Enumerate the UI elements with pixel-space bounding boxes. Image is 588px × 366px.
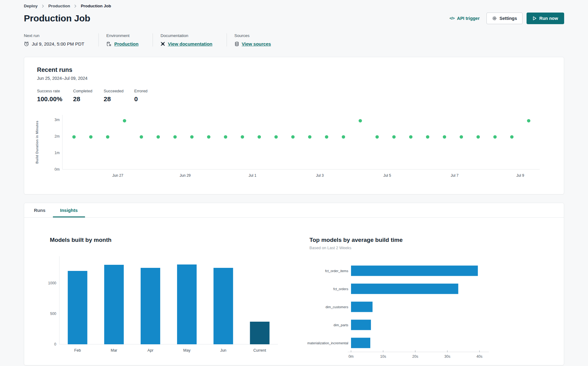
run-point[interactable] [443, 135, 446, 139]
month-bar[interactable] [177, 264, 197, 344]
run-point[interactable] [224, 135, 227, 139]
svg-text:Mar: Mar [111, 348, 117, 353]
svg-text:Jun: Jun [220, 348, 226, 353]
top-models-section: Top models by average build time Based o… [281, 218, 564, 362]
run-point[interactable] [106, 135, 109, 139]
svg-text:2m: 2m [54, 134, 60, 139]
svg-text:Jul 7: Jul 7 [451, 173, 459, 178]
run-point[interactable] [72, 135, 76, 139]
dbt-logo-icon [161, 42, 165, 46]
top-models-title: Top models by average build time [309, 237, 564, 243]
tab-insights[interactable]: Insights [53, 203, 85, 217]
insights-body: Models built by month 05001000FebMarAprM… [24, 218, 564, 362]
run-point[interactable] [291, 135, 294, 139]
month-bar[interactable] [68, 271, 87, 344]
view-documentation-link[interactable]: View documentation [168, 41, 213, 46]
scatter-points [72, 119, 531, 139]
svg-text:0: 0 [54, 342, 56, 346]
run-point[interactable] [190, 135, 194, 139]
sources-section: Sources View sources [227, 33, 285, 46]
svg-text:Jun 29: Jun 29 [179, 173, 190, 178]
settings-button[interactable]: Settings [486, 13, 523, 24]
model-bar[interactable] [351, 338, 370, 348]
recent-runs-date-range: Jun 25, 2024–Jul 09, 2024 [37, 76, 558, 81]
run-point[interactable] [342, 135, 345, 139]
build-duration-scatter-chart: 0m1m2m3mBuild Duration in MinutesJun 27J… [30, 111, 558, 180]
month-bar[interactable] [141, 268, 160, 344]
svg-text:Jul 1: Jul 1 [249, 173, 257, 178]
run-point[interactable] [527, 119, 531, 122]
run-point[interactable] [375, 135, 379, 139]
page-header: Production Job </> API trigger Settings … [24, 13, 564, 24]
model-bar[interactable] [351, 320, 371, 330]
svg-text:Jul 9: Jul 9 [516, 173, 524, 178]
sources-label: Sources [235, 33, 271, 38]
recent-runs-title: Recent runs [37, 66, 558, 73]
job-info-row: Next run Jul 9, 2024, 5:00 PM PDT Enviro… [24, 33, 564, 46]
run-point[interactable] [392, 135, 396, 139]
breadcrumb-production[interactable]: Production [48, 4, 70, 8]
run-point[interactable] [257, 135, 261, 139]
breadcrumb-deploy[interactable]: Deploy [24, 4, 38, 8]
scatter-svg: 0m1m2m3mBuild Duration in MinutesJun 27J… [30, 111, 547, 180]
run-point[interactable] [426, 135, 429, 139]
run-point[interactable] [241, 135, 244, 139]
stat-label: Errored [134, 89, 165, 93]
run-point[interactable] [157, 135, 160, 139]
month-bar[interactable] [104, 265, 124, 344]
stat-value: 28 [104, 95, 134, 103]
svg-text:1m: 1m [54, 151, 60, 155]
month-bar[interactable] [213, 268, 233, 344]
next-run-label: Next run [24, 33, 84, 38]
settings-label: Settings [500, 16, 517, 21]
svg-text:0m: 0m [54, 167, 60, 172]
run-point[interactable] [409, 135, 412, 139]
run-point[interactable] [325, 135, 328, 139]
run-point[interactable] [460, 135, 463, 139]
stat-label: Completed [73, 89, 104, 93]
run-point[interactable] [359, 119, 362, 122]
api-trigger-label: API trigger [457, 16, 479, 21]
run-point[interactable] [89, 135, 93, 139]
svg-text:0m: 0m [349, 354, 354, 359]
page-title: Production Job [24, 13, 90, 24]
sources-value-row: View sources [235, 41, 271, 46]
scatter-ylabel: Build Duration in Minutes [35, 121, 39, 164]
svg-text:10s: 10s [380, 354, 386, 359]
environment-link[interactable]: Production [114, 41, 139, 46]
view-sources-link[interactable]: View sources [242, 41, 271, 46]
api-trigger-link[interactable]: </> API trigger [449, 16, 480, 21]
recent-runs-stats: Success rate 100.00% Completed 28 Succee… [30, 89, 558, 103]
run-point[interactable] [274, 135, 278, 139]
header-actions: </> API trigger Settings Run now [449, 13, 564, 24]
svg-text:May: May [183, 348, 190, 353]
run-now-button[interactable]: Run now [527, 13, 564, 24]
bar-svg: 05001000FebMarAprMayJunCurrent [36, 253, 281, 358]
chevron-right-icon [74, 5, 76, 8]
gear-icon [492, 16, 497, 21]
run-point[interactable] [123, 119, 126, 122]
model-bar[interactable] [351, 302, 372, 312]
stat-label: Succeeded [104, 89, 134, 93]
svg-text:dim_customers: dim_customers [325, 305, 348, 309]
alarm-clock-icon [24, 41, 29, 46]
month-bar[interactable] [250, 322, 269, 344]
run-point[interactable] [173, 135, 177, 139]
tab-runs[interactable]: Runs [27, 203, 53, 217]
environment-label: Environment [106, 33, 139, 38]
environment-database-icon [106, 42, 112, 46]
run-point[interactable] [476, 135, 480, 139]
run-point[interactable] [493, 135, 497, 139]
model-bar[interactable] [351, 266, 478, 276]
svg-text:fct_order_items: fct_order_items [325, 269, 348, 273]
run-point[interactable] [140, 135, 143, 139]
run-point[interactable] [510, 135, 513, 139]
models-by-month-title: Models built by month [50, 237, 281, 243]
next-run-value-row: Jul 9, 2024, 5:00 PM PDT [24, 41, 84, 46]
svg-text:Current: Current [253, 348, 266, 353]
run-point[interactable] [308, 135, 312, 139]
stat-succeeded: Succeeded 28 [104, 89, 134, 103]
svg-text:40s: 40s [476, 354, 482, 359]
run-point[interactable] [207, 135, 210, 139]
model-bar[interactable] [351, 284, 458, 294]
